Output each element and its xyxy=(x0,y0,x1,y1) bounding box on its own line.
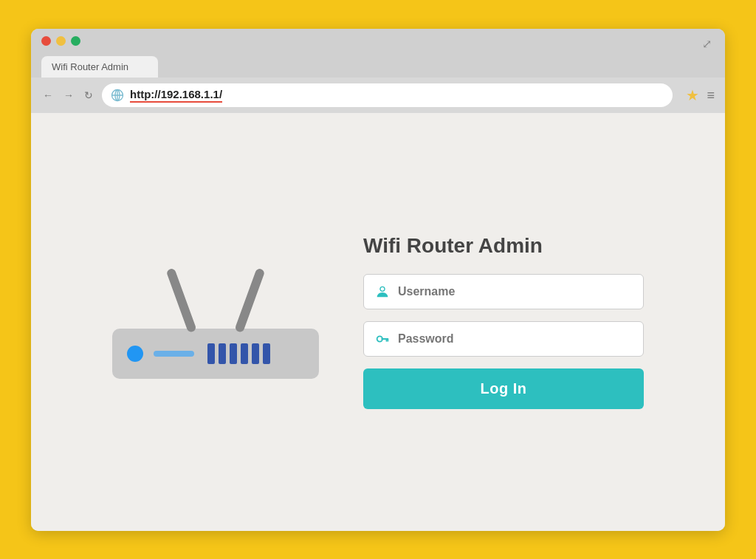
bookmark-star-icon[interactable]: ★ xyxy=(686,86,699,104)
browser-tab[interactable]: Wifi Router Admin xyxy=(41,56,158,78)
router-ports xyxy=(207,343,270,364)
close-button[interactable] xyxy=(41,36,51,46)
tab-bar: Wifi Router Admin xyxy=(41,56,715,78)
router-port xyxy=(230,343,237,364)
user-icon xyxy=(374,284,391,300)
back-button[interactable]: ← xyxy=(41,89,55,101)
page-content: Wifi Router Admin xyxy=(31,113,725,531)
antenna-right xyxy=(234,267,265,333)
key-icon xyxy=(374,331,391,347)
address-bar-row: ← → ↻ http://192.168.1.1/ ★ ≡ xyxy=(31,78,725,113)
address-bar[interactable]: http://192.168.1.1/ xyxy=(102,83,673,107)
password-wrapper xyxy=(363,321,644,357)
router-port xyxy=(252,343,259,364)
maximize-button[interactable] xyxy=(71,36,80,46)
router-illustration xyxy=(112,265,319,379)
refresh-button[interactable]: ↻ xyxy=(83,89,94,101)
router-led xyxy=(127,346,143,362)
router-port xyxy=(219,343,226,364)
browser-window: ⤢ Wifi Router Admin ← → ↻ http://192.168… xyxy=(31,29,725,531)
globe-icon xyxy=(111,89,124,102)
title-bar: ⤢ Wifi Router Admin xyxy=(31,29,725,78)
router-port xyxy=(241,343,248,364)
window-controls xyxy=(41,36,80,46)
browser-menu-icon[interactable]: ≡ xyxy=(707,89,715,102)
router-port xyxy=(207,343,215,364)
username-wrapper xyxy=(363,274,644,309)
router-body xyxy=(112,329,319,379)
tab-label: Wifi Router Admin xyxy=(52,61,128,72)
form-title: Wifi Router Admin xyxy=(363,234,644,258)
password-input[interactable] xyxy=(398,332,633,346)
router-port xyxy=(263,343,270,364)
router-antennas xyxy=(188,265,243,332)
expand-icon[interactable]: ⤢ xyxy=(702,37,712,51)
minimize-button[interactable] xyxy=(56,36,66,46)
antenna-left xyxy=(166,267,197,333)
svg-point-5 xyxy=(381,287,385,291)
login-button[interactable]: Log In xyxy=(363,368,644,409)
url-text: http://192.168.1.1/ xyxy=(130,88,222,103)
login-form: Wifi Router Admin xyxy=(363,234,644,409)
forward-button[interactable]: → xyxy=(62,89,75,101)
router-bar xyxy=(154,351,194,357)
username-input[interactable] xyxy=(398,285,633,298)
